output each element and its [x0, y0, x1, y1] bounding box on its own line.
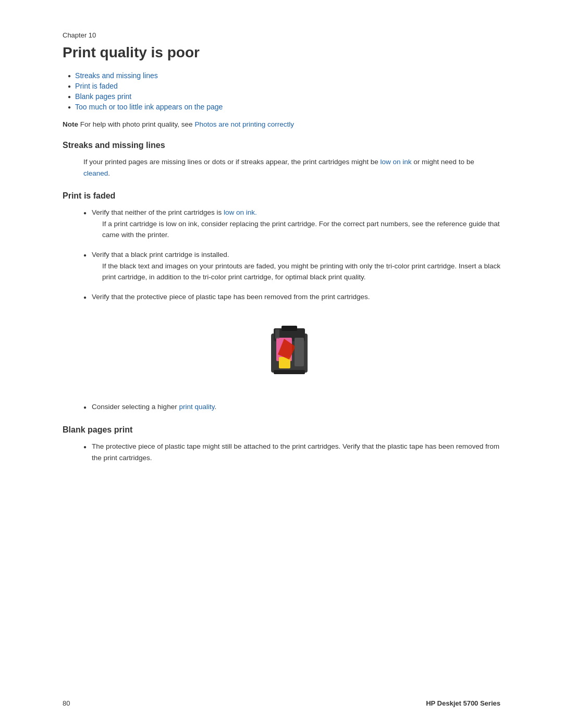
- faded-b4-link[interactable]: print quality: [179, 403, 214, 411]
- page-container: Chapter 10 Print quality is poor Streaks…: [0, 0, 563, 728]
- faded-b3-main: Verify that the protective piece of plas…: [92, 293, 370, 301]
- note-label: Note: [63, 120, 78, 128]
- svg-rect-7: [282, 326, 297, 331]
- faded-b1-prefix: Verify that neither of the print cartrid…: [92, 208, 224, 216]
- faded-b4-prefix: Consider selecting a higher: [92, 403, 179, 411]
- blank-bullet-1: The protective piece of plastic tape mig…: [83, 441, 500, 463]
- toc-link-2[interactable]: Print is faded: [75, 82, 118, 90]
- note-link[interactable]: Photos are not printing correctly: [194, 120, 294, 128]
- faded-b4-suffix: .: [214, 403, 216, 411]
- section-heading-blank: Blank pages print: [63, 425, 500, 435]
- section-heading-streaks: Streaks and missing lines: [63, 141, 500, 150]
- toc-link-1[interactable]: Streaks and missing lines: [75, 71, 158, 80]
- note-paragraph: Note For help with photo print quality, …: [63, 120, 500, 128]
- faded-bullet-2: Verify that a black print cartridge is i…: [83, 249, 500, 286]
- faded-bullet-4: Consider selecting a higher print qualit…: [83, 401, 500, 413]
- streaks-text-prefix: If your printed pages are missing lines …: [83, 158, 381, 166]
- toc-item-2: Print is faded: [68, 82, 500, 90]
- page-title: Print quality is poor: [63, 44, 500, 61]
- faded-bullet-2-content: Verify that a black print cartridge is i…: [92, 249, 500, 286]
- toc-item-3: Blank pages print: [68, 92, 500, 101]
- note-text: For help with photo print quality, see: [78, 120, 194, 128]
- faded-b1-sub: If a print cartridge is low on ink, cons…: [102, 218, 500, 241]
- faded-bullet-3: Verify that the protective piece of plas…: [83, 291, 500, 303]
- toc-link-4[interactable]: Too much or too little ink appears on th…: [75, 103, 223, 111]
- cartridge-image-container: [83, 318, 500, 386]
- faded-b2-sub: If the black text and images on your pri…: [102, 261, 500, 283]
- footer-brand: HP Deskjet 5700 Series: [426, 699, 500, 707]
- blank-bullet-list: The protective piece of plastic tape mig…: [83, 441, 500, 463]
- streaks-text-suffix: .: [108, 169, 110, 177]
- section-blank-content: The protective piece of plastic tape mig…: [83, 441, 500, 463]
- footer-page-number: 80: [63, 699, 70, 707]
- toc-item-1: Streaks and missing lines: [68, 71, 500, 80]
- faded-after-image-list: Consider selecting a higher print qualit…: [83, 401, 500, 413]
- faded-bullet-4-content: Consider selecting a higher print qualit…: [92, 401, 500, 413]
- toc-item-4: Too much or too little ink appears on th…: [68, 103, 500, 111]
- faded-bullet-1: Verify that neither of the print cartrid…: [83, 207, 500, 244]
- faded-bullet-3-content: Verify that the protective piece of plas…: [92, 291, 500, 303]
- faded-b2-main: Verify that a black print cartridge is i…: [92, 251, 229, 258]
- streaks-link-cleaned[interactable]: cleaned: [83, 169, 108, 177]
- streaks-paragraph: If your printed pages are missing lines …: [83, 156, 500, 179]
- section-heading-faded: Print is faded: [63, 191, 500, 201]
- svg-rect-5: [295, 338, 304, 366]
- blank-b1-main: The protective piece of plastic tape mig…: [92, 442, 499, 462]
- faded-bullet-1-content: Verify that neither of the print cartrid…: [92, 207, 500, 244]
- faded-b1-link[interactable]: low on ink.: [224, 208, 257, 216]
- cartridge-image: [258, 318, 326, 386]
- chapter-label: Chapter 10: [63, 31, 500, 39]
- toc-link-3[interactable]: Blank pages print: [75, 92, 131, 101]
- svg-rect-8: [275, 329, 279, 339]
- page-footer: 80 HP Deskjet 5700 Series: [63, 699, 500, 707]
- faded-bullet-list: Verify that neither of the print cartrid…: [83, 207, 500, 302]
- blank-bullet-1-content: The protective piece of plastic tape mig…: [92, 441, 500, 463]
- streaks-text-middle: or might need to be: [412, 158, 474, 166]
- toc-list: Streaks and missing lines Print is faded…: [63, 71, 500, 111]
- streaks-link-low-ink[interactable]: low on ink: [381, 158, 412, 166]
- svg-rect-6: [274, 370, 305, 374]
- section-body-streaks: If your printed pages are missing lines …: [83, 156, 500, 179]
- section-faded-content: Verify that neither of the print cartrid…: [83, 207, 500, 413]
